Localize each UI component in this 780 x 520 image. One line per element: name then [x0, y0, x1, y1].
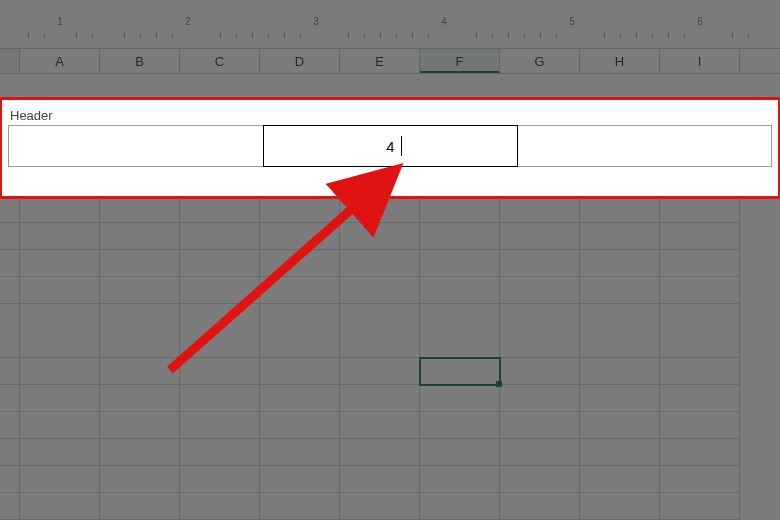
- cell[interactable]: [100, 439, 180, 466]
- fill-handle[interactable]: [496, 381, 502, 387]
- cell[interactable]: [340, 196, 420, 223]
- cell[interactable]: [580, 412, 660, 439]
- cell[interactable]: [100, 466, 180, 493]
- cell[interactable]: [660, 223, 740, 250]
- cell[interactable]: [340, 304, 420, 358]
- cell[interactable]: [420, 196, 500, 223]
- cell[interactable]: [340, 466, 420, 493]
- cell[interactable]: [20, 277, 100, 304]
- cell[interactable]: [20, 250, 100, 277]
- cell[interactable]: [260, 223, 340, 250]
- header-center-field[interactable]: [264, 128, 518, 170]
- cell[interactable]: [100, 223, 180, 250]
- cell[interactable]: [580, 385, 660, 412]
- cell[interactable]: [180, 466, 260, 493]
- cell[interactable]: [500, 466, 580, 493]
- cell[interactable]: [420, 250, 500, 277]
- cell[interactable]: [260, 196, 340, 223]
- column-header-g[interactable]: G: [500, 49, 580, 73]
- horizontal-ruler[interactable]: 1 2 3 4 5 6: [0, 14, 780, 38]
- cell[interactable]: [500, 223, 580, 250]
- cell[interactable]: [340, 250, 420, 277]
- cell[interactable]: [580, 466, 660, 493]
- header-right-field[interactable]: [516, 129, 768, 169]
- worksheet-grid[interactable]: [0, 196, 780, 520]
- cell[interactable]: [580, 277, 660, 304]
- cell[interactable]: [20, 493, 100, 520]
- cell[interactable]: [420, 277, 500, 304]
- cell[interactable]: [500, 250, 580, 277]
- cell[interactable]: [660, 250, 740, 277]
- cell[interactable]: [660, 196, 740, 223]
- cell[interactable]: [660, 412, 740, 439]
- cell[interactable]: [20, 385, 100, 412]
- cell[interactable]: [420, 385, 500, 412]
- cell[interactable]: [180, 277, 260, 304]
- cell[interactable]: [260, 250, 340, 277]
- cell[interactable]: [660, 439, 740, 466]
- cell[interactable]: [500, 385, 580, 412]
- cell[interactable]: [100, 250, 180, 277]
- column-header-e[interactable]: E: [340, 49, 420, 73]
- cell[interactable]: [180, 385, 260, 412]
- cell[interactable]: [420, 493, 500, 520]
- cell[interactable]: [580, 493, 660, 520]
- cell[interactable]: [340, 412, 420, 439]
- cell[interactable]: [580, 223, 660, 250]
- cell[interactable]: [100, 304, 180, 358]
- cell[interactable]: [260, 439, 340, 466]
- select-all-corner[interactable]: [0, 49, 20, 73]
- header-left-field[interactable]: [12, 129, 265, 169]
- cell[interactable]: [580, 196, 660, 223]
- cell[interactable]: [500, 358, 580, 385]
- cell[interactable]: [500, 493, 580, 520]
- column-header-h[interactable]: H: [580, 49, 660, 73]
- cell[interactable]: [500, 196, 580, 223]
- cell[interactable]: [180, 439, 260, 466]
- cell[interactable]: [580, 358, 660, 385]
- column-header-i[interactable]: I: [660, 49, 740, 73]
- column-header-c[interactable]: C: [180, 49, 260, 73]
- cell[interactable]: [180, 412, 260, 439]
- selected-cell[interactable]: [420, 358, 500, 385]
- cell[interactable]: [660, 493, 740, 520]
- cell[interactable]: [180, 223, 260, 250]
- cell[interactable]: [100, 493, 180, 520]
- cell[interactable]: [660, 358, 740, 385]
- header-right-input[interactable]: [516, 129, 768, 169]
- cell[interactable]: [420, 304, 500, 358]
- cell[interactable]: [260, 466, 340, 493]
- cell[interactable]: [260, 412, 340, 439]
- cell[interactable]: [20, 439, 100, 466]
- cell[interactable]: [20, 466, 100, 493]
- cell[interactable]: [100, 385, 180, 412]
- cell[interactable]: [580, 250, 660, 277]
- header-center-input[interactable]: [265, 129, 517, 169]
- column-header-d[interactable]: D: [260, 49, 340, 73]
- cell[interactable]: [20, 196, 100, 223]
- cell[interactable]: [260, 277, 340, 304]
- cell[interactable]: [340, 493, 420, 520]
- cell[interactable]: [340, 277, 420, 304]
- cell[interactable]: [660, 304, 740, 358]
- header-left-input[interactable]: [12, 129, 264, 169]
- cell[interactable]: [660, 466, 740, 493]
- cell[interactable]: [660, 277, 740, 304]
- cell[interactable]: [500, 412, 580, 439]
- cell[interactable]: [20, 304, 100, 358]
- cell[interactable]: [340, 439, 420, 466]
- cell[interactable]: [180, 304, 260, 358]
- column-header-b[interactable]: B: [100, 49, 180, 73]
- cell[interactable]: [180, 493, 260, 520]
- cell[interactable]: [100, 196, 180, 223]
- column-header-f[interactable]: F: [420, 49, 500, 73]
- cell[interactable]: [260, 493, 340, 520]
- cell[interactable]: [340, 385, 420, 412]
- cell[interactable]: [180, 196, 260, 223]
- cell[interactable]: [20, 223, 100, 250]
- cell[interactable]: [500, 304, 580, 358]
- cell[interactable]: [20, 412, 100, 439]
- cell[interactable]: [420, 466, 500, 493]
- cell[interactable]: [260, 358, 340, 385]
- cell[interactable]: [180, 358, 260, 385]
